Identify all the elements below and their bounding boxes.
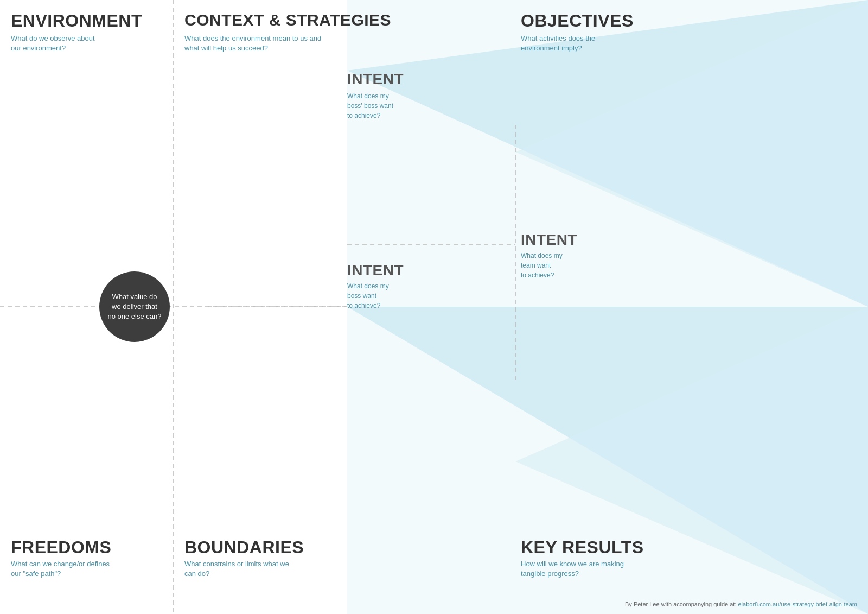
keyresults-subtitle: How will we know we are making tangible …	[521, 559, 629, 579]
context-title: CONTEXT & STRATEGIES	[184, 11, 391, 29]
freedoms-subtitle: What can we change/or defines our "safe …	[11, 559, 119, 579]
freedoms-title: FREEDOMS	[11, 537, 111, 558]
boundaries-title: BOUNDARIES	[184, 537, 304, 558]
footer: By Peter Lee with accompanying guide at:…	[625, 601, 857, 607]
intent-team-title: INTENT	[521, 231, 577, 249]
context-subtitle: What does the environment mean to us and…	[184, 34, 336, 53]
intent-bossboss-title: INTENT	[347, 71, 404, 88]
environment-title: ENVIRONMENT	[11, 11, 142, 31]
footer-text: By Peter Lee with accompanying guide at:	[625, 601, 738, 607]
main-canvas: ENVIRONMENT What do we observe about our…	[0, 0, 868, 614]
center-circle: What value do we deliver that no one els…	[99, 271, 170, 342]
keyresults-title: KEY RESULTS	[521, 537, 644, 558]
objectives-subtitle: What activities does the environment imp…	[521, 34, 629, 53]
intent-team-subtitle: What does my team want to achieve?	[521, 251, 563, 280]
footer-link[interactable]: elabor8.com.au/use-strategy-brief-align-…	[738, 601, 858, 607]
intent-boss-title: INTENT	[347, 262, 404, 279]
objectives-title: OBJECTIVES	[521, 11, 634, 31]
environment-subtitle: What do we observe about our environment…	[11, 34, 95, 53]
intent-boss-subtitle: What does my boss want to achieve?	[347, 281, 389, 311]
intent-bossboss-subtitle: What does my boss' boss want to achieve?	[347, 91, 393, 121]
boundaries-subtitle: What constrains or limits what we can do…	[184, 559, 293, 579]
